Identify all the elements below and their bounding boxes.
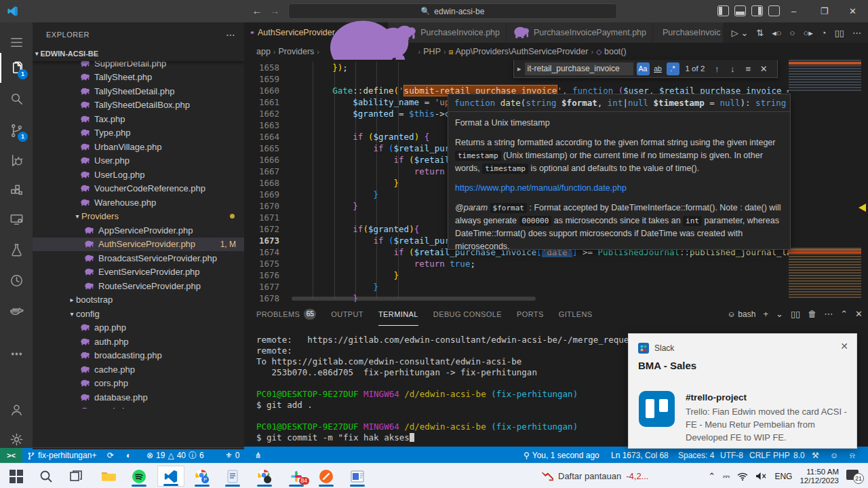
current-change-icon[interactable]: ○ bbox=[790, 28, 795, 38]
panel-tab-terminal[interactable]: TERMINAL bbox=[378, 302, 418, 326]
activity-explorer[interactable]: 1 bbox=[0, 53, 33, 83]
tree-file-warehouse-php[interactable]: Warehouse.php bbox=[33, 195, 244, 210]
language-status[interactable]: PHP bbox=[773, 448, 790, 463]
split-editor-icon[interactable]: ▯▯ bbox=[835, 28, 844, 38]
find-previous-icon[interactable]: ↑ bbox=[711, 64, 723, 74]
tree-file-supplierdetail-php[interactable]: SupplierDetail.php bbox=[33, 61, 244, 71]
panel-tab-ports[interactable]: PORTS bbox=[517, 302, 544, 326]
git-graph-status[interactable]: ⋔ bbox=[255, 448, 262, 463]
window-close-button[interactable]: ✕ bbox=[837, 0, 868, 22]
problems-status[interactable]: ⊗19 △40 ⓘ6 bbox=[146, 448, 204, 463]
gitlens-status[interactable]: ◐ bbox=[126, 448, 131, 463]
close-panel-icon[interactable]: ✕ bbox=[855, 309, 863, 319]
more-icon[interactable]: ⋯ bbox=[824, 309, 833, 319]
tray-expand-icon[interactable]: ⌃ bbox=[708, 471, 715, 481]
activity-source-control[interactable]: 1 bbox=[0, 115, 33, 145]
kill-terminal-icon[interactable]: 🗑 bbox=[808, 309, 816, 319]
taskbar-slack[interactable]: 84 bbox=[283, 466, 310, 487]
toggle-secondary-sidebar-icon[interactable] bbox=[751, 5, 763, 16]
maximize-panel-icon[interactable]: ⌃ bbox=[840, 309, 848, 319]
tray-device-icon[interactable]: ⎓ bbox=[723, 471, 730, 482]
eol-status[interactable]: CRLF bbox=[749, 448, 770, 463]
panel-tab-problems[interactable]: PROBLEMS65 bbox=[256, 302, 316, 326]
input-language[interactable]: ENG bbox=[774, 472, 792, 481]
nav-back-button[interactable]: ← bbox=[250, 4, 264, 18]
remote-indicator[interactable]: >< bbox=[0, 448, 22, 463]
tree-file-excel-php[interactable]: excel.php bbox=[33, 405, 244, 409]
more-actions-icon[interactable]: ⋯ bbox=[852, 28, 861, 38]
tree-file-routeserviceprovider-php[interactable]: RouteServiceProvider.php bbox=[33, 279, 244, 293]
find-close-icon[interactable]: ✕ bbox=[757, 64, 770, 74]
outline-section[interactable]: ▸ OUTLINE bbox=[33, 447, 244, 449]
window-minimize-button[interactable]: – bbox=[778, 0, 809, 22]
tree-file-eventserviceprovider-php[interactable]: EventServiceProvider.php bbox=[33, 265, 244, 280]
sync-status[interactable]: ⟳ bbox=[107, 448, 114, 463]
activity-testing[interactable] bbox=[0, 235, 33, 265]
slack-notification-toast[interactable]: Slack ✕ BMA - Sales #trello-project Trel… bbox=[628, 333, 857, 449]
tree-file-broadcastserviceprovider-php[interactable]: BroadcastServiceProvider.php bbox=[33, 251, 244, 265]
minimap[interactable] bbox=[789, 60, 861, 302]
tree-file-cors-php[interactable]: cors.php bbox=[33, 377, 244, 391]
activity-extensions[interactable] bbox=[0, 175, 33, 205]
activity-accounts[interactable] bbox=[0, 394, 33, 424]
cursor-position[interactable]: Ln 1673, Col 68 bbox=[611, 448, 669, 463]
tools-status[interactable]: ⚒ bbox=[812, 448, 819, 463]
taskbar-spotify[interactable] bbox=[125, 466, 153, 487]
stocks-widget[interactable]: Daftar pantauan -4,2... bbox=[541, 464, 648, 488]
find-next-icon[interactable]: ↓ bbox=[726, 64, 738, 74]
tree-file-broadcasting-php[interactable]: broadcasting.php bbox=[33, 349, 244, 363]
taskbar-start[interactable] bbox=[3, 466, 30, 487]
toggle-sidebar-icon[interactable] bbox=[717, 5, 729, 16]
breadcrumb-item-6[interactable]: ◇ boot() bbox=[596, 47, 627, 56]
tab-purchaseinvoicepayment-php[interactable]: PurchaseInvoicePayment.php bbox=[507, 22, 653, 43]
find-toggle-whole-word[interactable]: ab bbox=[652, 62, 665, 75]
taskbar-orange-app[interactable] bbox=[313, 466, 340, 487]
tree-file-user-php[interactable]: User.php bbox=[33, 154, 244, 168]
taskbar-search[interactable] bbox=[33, 466, 60, 487]
activity-code-time[interactable] bbox=[0, 265, 33, 295]
tree-folder-config[interactable]: ▾config bbox=[33, 307, 244, 321]
timeline-icon[interactable]: ◔ bbox=[821, 28, 827, 38]
run-php-icon[interactable]: ▷ ⌄ bbox=[732, 28, 749, 38]
taskbar-file-explorer[interactable] bbox=[95, 466, 122, 487]
activity-remote-explorer[interactable] bbox=[0, 204, 33, 234]
volume-muted-icon[interactable] bbox=[755, 472, 767, 481]
window-restore-button[interactable]: ❐ bbox=[809, 0, 840, 22]
activity-search[interactable] bbox=[0, 83, 33, 113]
taskbar-chrome-profile-dark[interactable] bbox=[251, 466, 278, 487]
tree-file-authserviceprovider-php[interactable]: AuthServiceProvider.php1, M bbox=[33, 238, 244, 252]
terminal-dropdown-icon[interactable]: ⌄ bbox=[776, 309, 783, 319]
toast-close-icon[interactable]: ✕ bbox=[840, 341, 848, 352]
explorer-more-actions-icon[interactable]: ⋯ bbox=[226, 29, 236, 40]
php-version-status[interactable]: 8.0 bbox=[793, 448, 805, 463]
blame-status[interactable]: ⚲ You, 1 second ago bbox=[524, 448, 599, 463]
tree-folder-bootstrap[interactable]: ▸bootstrap bbox=[33, 293, 244, 307]
taskbar-media-app[interactable] bbox=[344, 466, 371, 487]
taskbar-notepad[interactable] bbox=[219, 466, 246, 487]
notifications-status[interactable]: ⍾ bbox=[850, 448, 855, 463]
breadcrumb-item-2[interactable]: Providers bbox=[279, 47, 315, 56]
terminal-shell-selector[interactable]: ⎉ bash bbox=[728, 309, 756, 319]
tree-file-app-php[interactable]: app.php bbox=[33, 321, 244, 335]
split-terminal-icon[interactable]: ▯▯ bbox=[791, 309, 800, 319]
toggle-panel-icon[interactable] bbox=[734, 5, 746, 16]
taskbar-chrome-profile-p[interactable]: P bbox=[189, 466, 216, 487]
new-terminal-icon[interactable]: + bbox=[763, 309, 768, 319]
tree-file-userlog-php[interactable]: UserLog.php bbox=[33, 168, 244, 182]
tree-file-database-php[interactable]: database.php bbox=[33, 390, 244, 405]
find-input[interactable]: it-retail_purchase_invoice bbox=[525, 62, 633, 75]
tree-file-appserviceprovider-php[interactable]: AppServiceProvider.php bbox=[33, 223, 244, 238]
feedback-status[interactable]: ☺ bbox=[830, 448, 838, 463]
compare-changes-icon[interactable]: ⇅ bbox=[756, 28, 764, 38]
tree-file-tax-php[interactable]: Tax.php bbox=[33, 112, 244, 126]
git-branch-status[interactable]: fix-perhitungan+ bbox=[27, 448, 96, 463]
extension-counter[interactable]: ⚜0 bbox=[225, 448, 239, 463]
taskbar-vscode[interactable] bbox=[157, 466, 184, 487]
tray-clock[interactable]: 11:50 AM 12/12/2023 bbox=[800, 468, 839, 485]
tree-folder-providers[interactable]: ▾Providers bbox=[33, 210, 244, 224]
taskbar-task-view[interactable] bbox=[62, 466, 90, 487]
nav-forward-button[interactable]: → bbox=[268, 4, 281, 18]
notification-center-icon[interactable]: 21 bbox=[846, 469, 864, 484]
tree-file-urbanvillage-php[interactable]: UrbanVillage.php bbox=[33, 140, 244, 154]
previous-change-icon[interactable]: ◂○ bbox=[772, 28, 781, 38]
